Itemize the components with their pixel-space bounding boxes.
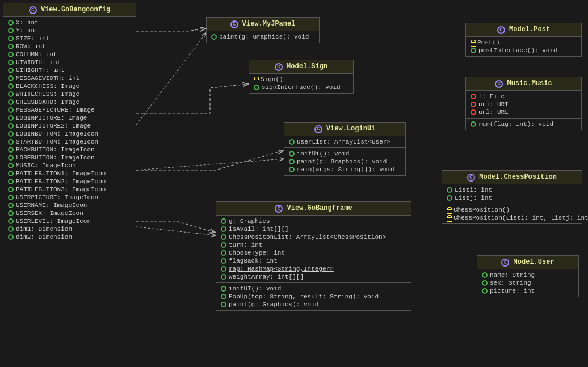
public-icon [221, 266, 226, 272]
gobangframe-fields: g: Graphics isAvail: int[][] ChessPosito… [216, 216, 411, 283]
user-box: C Model.User name: String sex: String pi… [477, 255, 579, 297]
sign-methods: Sign() signInterface(): void [249, 74, 353, 93]
gf-field-isavail: isAvail: int[][] [221, 225, 406, 233]
public-icon [8, 139, 14, 145]
public-icon [221, 302, 226, 307]
sign-constructor: Sign() [254, 75, 348, 83]
sign-icon: C [275, 63, 283, 71]
myjpanel-box: C View.MyJPanel paint(g: Graphics): void [206, 17, 320, 43]
gf-field-chesslist: ChessPositonList: ArrayList<ChessPositio… [221, 233, 406, 241]
public-icon [254, 85, 259, 90]
gf-field-map: map: HashMap<String,Integer> [221, 265, 406, 273]
public-icon [8, 171, 14, 176]
field-losebutton: LOSEBUTTON: ImageIcon [8, 154, 131, 162]
music-icon: C [495, 80, 503, 88]
myjpanel-icon: C [230, 20, 238, 28]
sign-box: C Model.Sign Sign() signInterface(): voi… [249, 60, 354, 94]
gf-field-choosetype: ChooseType: int [221, 249, 406, 257]
music-fields: f: File url: URI url: URL [466, 91, 581, 119]
public-icon [8, 28, 14, 33]
public-icon [289, 167, 295, 172]
public-icon [482, 288, 488, 294]
field-dim2: dim2: Dimension [8, 233, 131, 241]
music-run: run(flag: int): void [471, 120, 577, 128]
gf-field-turn: turn: int [221, 241, 406, 249]
public-icon [471, 48, 476, 53]
loginui-icon: C [314, 125, 322, 133]
public-icon [8, 218, 14, 224]
music-methods: run(flag: int): void [466, 119, 581, 130]
protected-icon [447, 207, 451, 213]
gf-popup: PopUp(top: String, result: String): void [221, 293, 406, 301]
public-icon [221, 294, 226, 299]
field-messagepicture: MESSAGEPICTURE: Image [8, 106, 131, 114]
gf-field-weightarray: weightArray: int[][] [221, 273, 406, 281]
field-music: MUSIC: ImageIcon [8, 162, 131, 170]
field-blackchess: BLACKCHESS: Image [8, 82, 131, 90]
gf-field-flagback: flagBack: int [221, 257, 406, 265]
loginui-methods: initUi(): void paint(g: Graphics): void … [284, 148, 405, 175]
user-title: C Model.User [477, 256, 578, 269]
myjpanel-methods: paint(g: Graphics): void [207, 31, 319, 43]
cp-constructor1: ChessPosition() [447, 206, 577, 214]
public-icon [8, 68, 14, 73]
field-battle3: BATTLEBUTTON3: ImageIcon [8, 185, 131, 193]
myjpanel-title: C View.MyJPanel [207, 18, 319, 31]
user-sex: sex: String [482, 279, 574, 287]
loginui-title: C View.LoginUi [284, 123, 405, 136]
gobangconfig-title: C View.GoBangconfig [3, 3, 136, 17]
field-y: Y: int [8, 27, 131, 35]
svg-line-2 [136, 33, 206, 125]
post-box: C Model.Post Post() postInterface(): voi… [465, 23, 582, 57]
public-icon [221, 234, 226, 240]
public-icon [8, 99, 14, 105]
public-icon [8, 179, 14, 184]
loginui-fields: userList: ArrayList<User> [284, 136, 405, 148]
public-icon [8, 203, 14, 208]
myjpanel-paint: paint(g: Graphics): void [211, 33, 314, 41]
music-field-f: f: File [471, 92, 577, 100]
music-box: C Music.Music f: File url: URI url: URL … [465, 77, 582, 130]
public-icon [8, 234, 14, 240]
field-usersex: USERSEX: ImageIcon [8, 209, 131, 217]
loginui-paint: paint(g: Graphics): void [289, 158, 401, 166]
public-icon [482, 280, 488, 286]
field-userpicture: USERPICTURE: ImageIcon [8, 193, 131, 201]
public-icon [471, 121, 476, 127]
cp-listj: Listj: int [447, 194, 577, 202]
gobangconfig-icon: C [29, 6, 37, 14]
field-whitechess: WHITECHESS: Image [8, 90, 131, 98]
post-methods: Post() postInterface(): void [466, 37, 581, 56]
user-icon: C [501, 259, 509, 267]
public-icon [221, 274, 226, 280]
music-field-url2: url: URL [471, 108, 577, 116]
public-icon [8, 44, 14, 49]
field-userlevel: USERLEVEL: ImageIcon [8, 217, 131, 225]
public-icon [8, 147, 14, 153]
public-icon [221, 226, 226, 232]
field-loginpicture: LOGINPICTURE: Image [8, 114, 131, 122]
post-title: C Model.Post [466, 23, 581, 37]
gf-initui: initUI(): void [221, 285, 406, 293]
post-icon: C [497, 26, 505, 34]
field-battle2: BATTLEBUTTON2: ImageIcon [8, 178, 131, 185]
private-icon [471, 109, 476, 115]
public-icon [8, 123, 14, 129]
user-fields: name: String sex: String picture: int [477, 269, 578, 297]
svg-line-1 [136, 159, 284, 170]
public-icon [289, 139, 295, 145]
chessposition-fields: Listi: int Listj: int [442, 184, 582, 204]
field-dim1: dim1: Dimension [8, 225, 131, 233]
public-icon [8, 83, 14, 89]
loginui-main: main(args: String[]): void [289, 166, 401, 174]
gf-paint: paint(g: Graphics): void [221, 301, 406, 309]
public-icon [211, 34, 217, 40]
loginui-box: C View.LoginUi userList: ArrayList<User>… [284, 122, 406, 176]
loginui-initui: initUi(): void [289, 150, 401, 158]
sign-interface: signInterface(): void [254, 83, 348, 91]
public-icon [289, 151, 295, 157]
field-startbutton: STARTBUTTON: ImageIcon [8, 138, 131, 146]
field-backbutton: BACKBUTTON: ImageIcon [8, 146, 131, 154]
field-battle1: BATTLEBUTTON1: ImageIcon [8, 170, 131, 178]
gf-field-g: g: Graphics [221, 217, 406, 225]
